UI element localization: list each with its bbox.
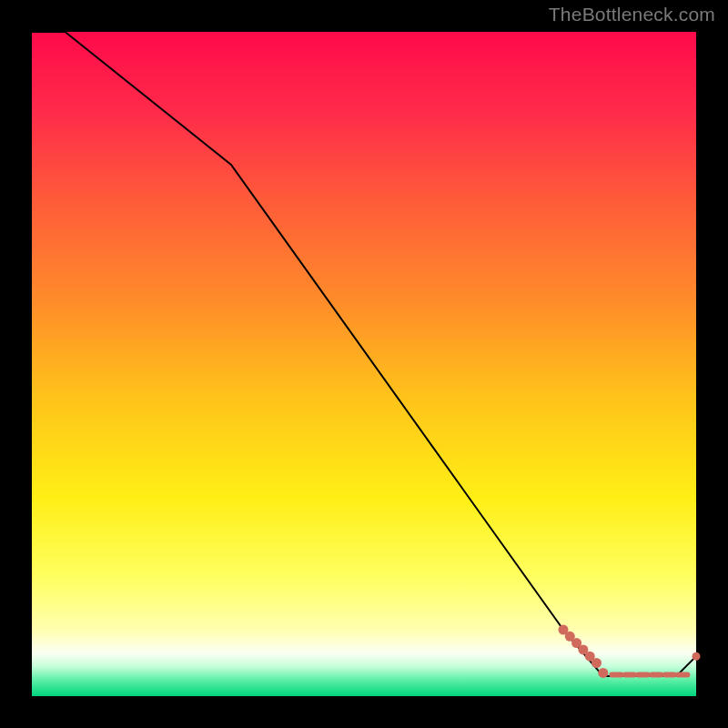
chart-svg: [0, 0, 728, 728]
marker-dot: [592, 658, 602, 668]
marker-dot: [598, 668, 608, 678]
marker-dot: [693, 652, 701, 661]
chart-stage: { "watermark": "TheBottleneck.com", "fra…: [0, 0, 728, 728]
watermark-text: TheBottleneck.com: [549, 4, 715, 25]
plot-area: [32, 32, 696, 696]
